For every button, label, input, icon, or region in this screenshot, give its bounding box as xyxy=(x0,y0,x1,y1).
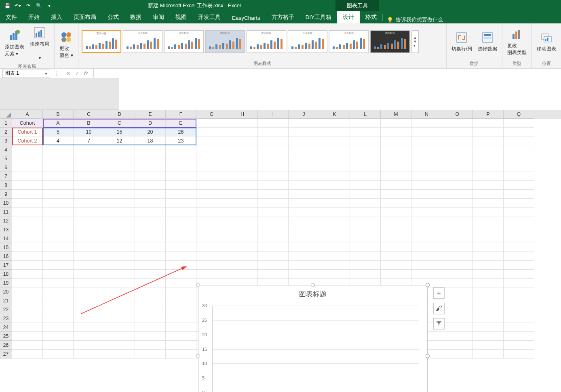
cell[interactable] xyxy=(258,190,289,199)
move-chart-button[interactable]: 移动图表 xyxy=(535,30,558,53)
cell[interactable] xyxy=(442,261,473,270)
cell[interactable] xyxy=(74,341,104,350)
resize-handle-ml[interactable] xyxy=(196,354,200,358)
cell[interactable] xyxy=(43,181,74,190)
cell[interactable] xyxy=(473,145,504,154)
cell[interactable] xyxy=(166,261,196,270)
tab-insert[interactable]: 插入 xyxy=(45,11,68,23)
cell[interactable] xyxy=(43,314,74,323)
cell[interactable] xyxy=(504,208,534,216)
tab-home[interactable]: 开始 xyxy=(23,11,45,23)
cell[interactable]: Cohort 2 xyxy=(12,136,43,145)
cell[interactable] xyxy=(381,163,411,172)
cell[interactable] xyxy=(258,252,289,261)
cell[interactable] xyxy=(442,190,473,199)
cell[interactable] xyxy=(381,172,411,181)
cell[interactable] xyxy=(74,287,104,296)
cell[interactable] xyxy=(74,225,104,234)
cell[interactable] xyxy=(12,181,43,190)
cell[interactable] xyxy=(166,234,196,243)
cell[interactable] xyxy=(104,296,135,305)
style-thumb-7[interactable]: 图表标题 xyxy=(329,30,369,53)
colhead-a[interactable]: A xyxy=(12,110,43,119)
rowhead-25[interactable]: 25 xyxy=(0,332,12,341)
cell[interactable]: B xyxy=(74,119,104,128)
rowhead-20[interactable]: 20 xyxy=(0,287,12,296)
rowhead-27[interactable]: 27 xyxy=(0,350,12,358)
cell[interactable] xyxy=(258,208,289,216)
cell[interactable] xyxy=(104,305,135,314)
cell[interactable] xyxy=(12,332,43,341)
rowhead-19[interactable]: 19 xyxy=(0,279,12,287)
cell[interactable] xyxy=(12,145,43,154)
cell[interactable] xyxy=(504,296,534,305)
cell[interactable] xyxy=(473,163,504,172)
qat-more-icon[interactable]: ▾ xyxy=(45,2,53,10)
cell[interactable] xyxy=(12,234,43,243)
change-chart-type-button[interactable]: 更改图表类型 xyxy=(506,27,528,57)
rowhead-18[interactable]: 18 xyxy=(0,270,12,279)
cell[interactable]: Cohort 1 xyxy=(12,128,43,136)
cell[interactable] xyxy=(166,154,196,163)
colhead-e[interactable]: E xyxy=(135,110,166,119)
cell[interactable] xyxy=(43,323,74,332)
cell[interactable] xyxy=(74,181,104,190)
cell[interactable] xyxy=(104,323,135,332)
cell[interactable] xyxy=(196,252,227,261)
cell[interactable] xyxy=(74,243,104,252)
cell[interactable] xyxy=(12,270,43,279)
styles-gallery-more[interactable]: ▲▼▾ xyxy=(411,30,419,53)
cell[interactable] xyxy=(74,199,104,208)
rowhead-12[interactable]: 12 xyxy=(0,216,12,225)
cell[interactable] xyxy=(504,279,534,287)
cell[interactable] xyxy=(74,216,104,225)
cell[interactable] xyxy=(504,145,534,154)
cell[interactable] xyxy=(319,234,350,243)
rowhead-22[interactable]: 22 xyxy=(0,305,12,314)
cell[interactable] xyxy=(104,314,135,323)
cell[interactable] xyxy=(12,243,43,252)
cell[interactable] xyxy=(104,216,135,225)
cell[interactable] xyxy=(43,341,74,350)
quick-layout-button[interactable]: 快速布局▾ xyxy=(28,25,51,61)
cell[interactable] xyxy=(289,128,319,136)
cell[interactable] xyxy=(473,234,504,243)
cell[interactable] xyxy=(504,190,534,199)
cell[interactable] xyxy=(350,208,381,216)
cell[interactable] xyxy=(227,216,258,225)
tell-me-input[interactable]: 💡 告诉我你想要做什么 xyxy=(383,16,447,23)
cell[interactable] xyxy=(411,136,442,145)
cell[interactable]: D xyxy=(135,119,166,128)
chart-brush-button[interactable]: 🖌 xyxy=(433,303,445,314)
rowhead-14[interactable]: 14 xyxy=(0,234,12,243)
colhead-j[interactable]: J xyxy=(289,110,319,119)
cell[interactable] xyxy=(289,252,319,261)
cell[interactable] xyxy=(135,225,166,234)
cell[interactable] xyxy=(135,261,166,270)
cell[interactable] xyxy=(319,216,350,225)
resize-handle-mr[interactable] xyxy=(426,354,430,358)
cell[interactable] xyxy=(473,243,504,252)
cell[interactable] xyxy=(289,172,319,181)
cell[interactable] xyxy=(227,225,258,234)
cell[interactable] xyxy=(166,225,196,234)
cell[interactable] xyxy=(166,296,196,305)
cell[interactable] xyxy=(258,243,289,252)
cell[interactable] xyxy=(227,190,258,199)
cell[interactable] xyxy=(381,208,411,216)
cell[interactable] xyxy=(12,163,43,172)
cell[interactable]: 10 xyxy=(74,128,104,136)
cell[interactable] xyxy=(104,208,135,216)
cell[interactable] xyxy=(43,270,74,279)
cell[interactable] xyxy=(411,128,442,136)
colhead-q[interactable]: Q xyxy=(504,110,534,119)
cell[interactable] xyxy=(319,199,350,208)
cell[interactable] xyxy=(196,243,227,252)
cell[interactable] xyxy=(381,119,411,128)
cell[interactable] xyxy=(473,279,504,287)
cell[interactable] xyxy=(350,243,381,252)
cell[interactable] xyxy=(442,296,473,305)
cell[interactable] xyxy=(104,350,135,358)
colhead-p[interactable]: P xyxy=(473,110,504,119)
cell[interactable] xyxy=(411,234,442,243)
